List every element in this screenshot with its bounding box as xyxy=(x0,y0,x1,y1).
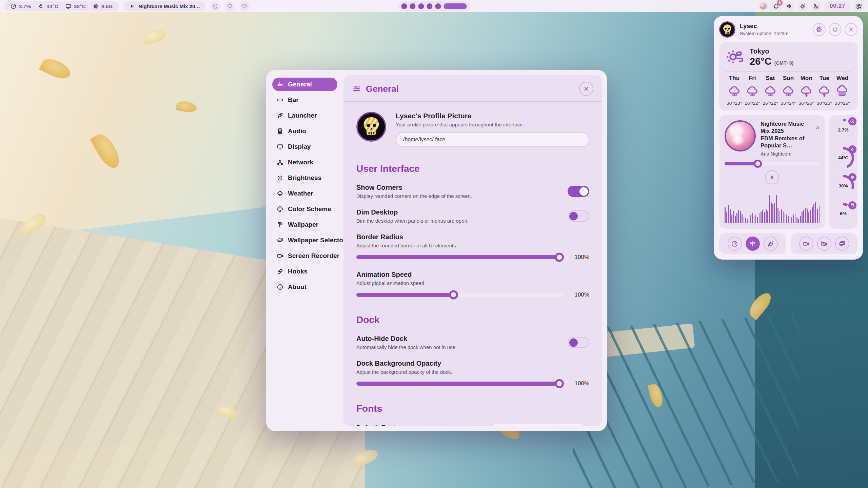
close-panel-button[interactable] xyxy=(845,23,857,36)
visualizer-bar xyxy=(795,213,796,223)
pause-button[interactable] xyxy=(765,170,779,184)
sidebar-item-network[interactable]: Network xyxy=(272,156,337,169)
setting-description: Dim the desktop when panels or menus are… xyxy=(356,218,469,224)
tray-skull-button[interactable] xyxy=(210,1,220,11)
power-button[interactable] xyxy=(829,23,842,36)
sidebar-item-label: Display xyxy=(288,143,311,150)
balanced-profile-button[interactable] xyxy=(746,237,760,251)
profile-picture-row: Lysec's Profile Picture Your profile pic… xyxy=(356,112,589,147)
topbar-media-pill[interactable]: Nightcore Music Mix 20… xyxy=(124,1,206,11)
slider-fill xyxy=(356,382,559,386)
track-progress-slider[interactable] xyxy=(725,162,820,165)
auto-hide-dock-toggle[interactable] xyxy=(568,337,589,348)
system-stats-pill: 2.7% 44°C 38°C 9.6G xyxy=(4,1,119,11)
section-heading-user-interface: User Interface xyxy=(356,163,589,174)
sidebar-item-screen-recorder[interactable]: Screen Recorder xyxy=(272,249,337,263)
performance-profile-button[interactable] xyxy=(728,237,742,251)
clock-pill[interactable]: 00:27 xyxy=(824,1,851,11)
sidebar-item-brightness[interactable]: Brightness xyxy=(272,171,337,185)
workspace-active-pill[interactable] xyxy=(444,3,467,9)
sidebar-item-wallpaper-selector[interactable]: Wallpaper Selector xyxy=(272,233,337,247)
screenshot-button[interactable] xyxy=(835,237,849,251)
sidebar-item-label: About xyxy=(288,283,307,291)
settings-button[interactable] xyxy=(813,23,826,36)
dock-opacity-slider[interactable] xyxy=(356,382,564,386)
tray-heart-button-1[interactable] xyxy=(225,1,235,11)
flame-icon xyxy=(848,145,856,154)
visualizer-bar xyxy=(781,209,782,223)
moon-off-icon xyxy=(813,3,819,9)
slider-fill xyxy=(356,255,559,259)
visualizer-bar xyxy=(740,211,741,223)
cloud-fog-icon xyxy=(835,84,849,98)
workspace-dot[interactable] xyxy=(418,3,424,9)
chip-icon xyxy=(93,3,99,9)
workspace-indicator[interactable] xyxy=(398,1,470,11)
show-corners-toggle[interactable] xyxy=(568,186,589,197)
visualizer-bar xyxy=(785,213,786,223)
monitor-icon xyxy=(65,3,72,9)
forecast-day-name: Tue xyxy=(820,75,829,82)
visualizer-bar xyxy=(812,207,813,223)
sidebar-item-launcher[interactable]: Launcher xyxy=(272,109,337,122)
default-font-select[interactable]: Roboto xyxy=(488,424,589,426)
wallpaper-leaf xyxy=(39,55,73,82)
visualizer-bar xyxy=(759,213,760,223)
progress-knob[interactable] xyxy=(754,160,762,168)
power-icon xyxy=(832,26,839,33)
night-light-button[interactable] xyxy=(811,1,821,11)
slider-knob[interactable] xyxy=(555,253,564,262)
workspace-dot[interactable] xyxy=(435,3,441,9)
workspace-dot[interactable] xyxy=(401,3,407,9)
tray-app-button[interactable] xyxy=(758,1,768,11)
page-title: General xyxy=(366,84,399,94)
weather-divider xyxy=(725,71,851,72)
slider-knob[interactable] xyxy=(449,290,458,300)
video-camera-icon xyxy=(277,252,283,259)
track-title-line2: EDM Remixes of Popular S… xyxy=(761,135,820,149)
visualizer-bar xyxy=(815,202,816,223)
sidebar-item-label: Hooks xyxy=(288,268,308,275)
visualizer-bar xyxy=(813,204,814,223)
visualizer-bar xyxy=(783,211,784,223)
screen-record-off-button[interactable] xyxy=(817,237,831,251)
sidebar-item-audio[interactable]: Audio xyxy=(272,124,337,138)
overview-button[interactable] xyxy=(854,1,864,11)
sidebar-item-color-scheme[interactable]: Color Scheme xyxy=(272,202,337,216)
close-button[interactable] xyxy=(579,82,593,96)
forecast-day: Sun 35°/24° xyxy=(779,75,797,106)
profile-path-input[interactable] xyxy=(396,132,589,147)
slider-knob[interactable] xyxy=(555,379,564,388)
border-radius-slider[interactable] xyxy=(356,255,564,259)
cpu-usage-stat: 2.7% xyxy=(10,3,31,9)
toggle-knob xyxy=(569,212,578,220)
dim-desktop-toggle[interactable] xyxy=(568,210,589,222)
wallpaper-leaf xyxy=(176,100,197,114)
pause-icon xyxy=(129,3,135,9)
power-saver-profile-button[interactable] xyxy=(764,237,778,251)
sidebar-item-bar[interactable]: Bar xyxy=(272,93,337,107)
volume-button[interactable] xyxy=(785,1,794,11)
workspace-dot[interactable] xyxy=(427,3,433,9)
visualizer-bar xyxy=(733,211,734,223)
tray-app-icon xyxy=(760,3,767,9)
animation-speed-slider[interactable] xyxy=(356,293,564,297)
setting-row-border-radius: Border Radius Adjust the rounded border … xyxy=(356,233,589,261)
workspace-dot[interactable] xyxy=(410,3,416,9)
sidebar-item-hooks[interactable]: Hooks xyxy=(272,265,337,278)
notifications-button[interactable]: 8 xyxy=(771,1,781,11)
section-heading-dock: Dock xyxy=(356,314,589,325)
setting-row-default-font: Default Font Main font used throughout t… xyxy=(356,424,589,426)
weather-forecast: Thu 30°/23° Fri 26°/22° Sat 26°/22° Sun … xyxy=(725,75,851,106)
sidebar-item-wallpaper[interactable]: Wallpaper xyxy=(272,218,337,231)
sidebar-item-display[interactable]: Display xyxy=(272,140,337,154)
sidebar-item-about[interactable]: About xyxy=(272,280,337,294)
screen-record-button[interactable] xyxy=(799,237,813,251)
visualizer-bar xyxy=(819,206,820,223)
tune-icon xyxy=(352,84,361,93)
forecast-temps: 30°/23° xyxy=(727,101,742,106)
brightness-button[interactable] xyxy=(798,1,808,11)
tray-heart-button-2[interactable] xyxy=(239,1,249,11)
sidebar-item-weather[interactable]: Weather xyxy=(272,187,337,200)
sidebar-item-general[interactable]: General xyxy=(272,78,337,91)
